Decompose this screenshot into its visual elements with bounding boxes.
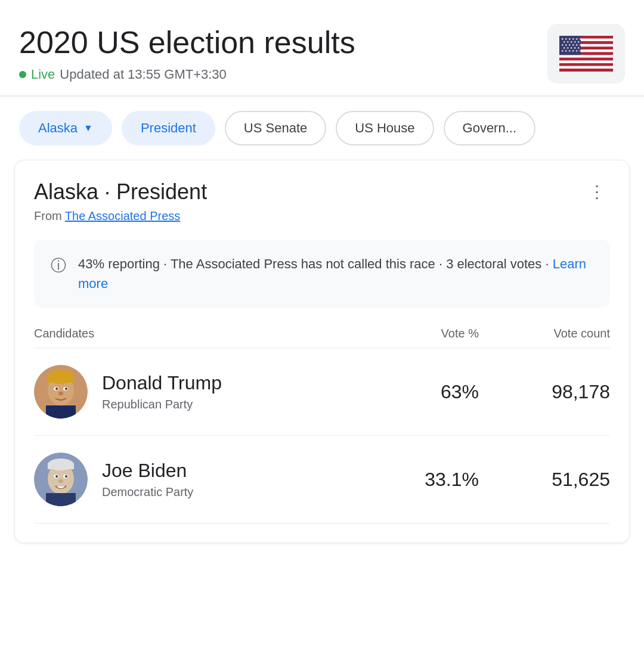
- vote-pct-trump: 63%: [371, 381, 479, 403]
- tab-alaska[interactable]: Alaska ▼: [19, 111, 112, 145]
- card-title: Alaska · President: [34, 179, 207, 205]
- svg-rect-11: [559, 66, 613, 69]
- tab-us-senate-label: US Senate: [244, 120, 307, 135]
- tab-us-house[interactable]: US House: [336, 111, 434, 145]
- candidate-party: Republican Party: [102, 398, 222, 411]
- tab-president[interactable]: President: [122, 111, 215, 145]
- avatar: [34, 365, 88, 419]
- svg-rect-69: [61, 493, 76, 506]
- vote-count-column-label: Vote count: [479, 327, 610, 340]
- vote-count-biden: 51,625: [479, 469, 610, 491]
- table-row: Donald Trump Republican Party 63% 98,178: [34, 348, 610, 436]
- tabs-container: Alaska ▼ President US Senate US House Go…: [0, 97, 644, 160]
- vote-count-trump: 98,178: [479, 381, 610, 403]
- svg-rect-54: [46, 405, 61, 419]
- info-circle-icon: ⓘ: [51, 255, 66, 276]
- svg-rect-8: [559, 58, 613, 61]
- candidate-left-trump: Donald Trump Republican Party: [34, 365, 371, 419]
- candidate-info-trump: Donald Trump Republican Party: [102, 372, 222, 411]
- info-box: ⓘ 43% reporting · The Associated Press h…: [34, 240, 610, 308]
- live-indicator-dot: [19, 71, 26, 78]
- info-text: 43% reporting · The Associated Press has…: [78, 254, 593, 293]
- associated-press-link[interactable]: The Associated Press: [65, 209, 180, 222]
- candidates-column-label: Candidates: [34, 327, 371, 340]
- svg-rect-7: [559, 55, 613, 58]
- table-row: Joe Biden Democratic Party 33.1% 51,625: [34, 436, 610, 523]
- svg-rect-59: [48, 463, 74, 469]
- page-title: 2020 US election results: [19, 24, 355, 61]
- candidate-left-biden: Joe Biden Democratic Party: [34, 453, 371, 506]
- live-status: Live Updated at 13:55 GMT+3:30: [19, 67, 355, 82]
- updated-text: Updated at 13:55 GMT+3:30: [60, 67, 226, 82]
- vote-pct-biden: 33.1%: [371, 469, 479, 491]
- page-header: 2020 US election results Live Updated at…: [0, 0, 644, 95]
- table-header: Candidates Vote % Vote count: [34, 327, 610, 348]
- svg-point-62: [55, 475, 58, 478]
- candidate-name: Joe Biden: [102, 460, 193, 482]
- biden-avatar-image: [34, 453, 88, 506]
- svg-point-64: [58, 479, 63, 483]
- svg-rect-45: [48, 376, 74, 383]
- candidate-party: Democratic Party: [102, 485, 193, 499]
- tab-us-senate[interactable]: US Senate: [225, 111, 326, 145]
- card-source: From The Associated Press: [34, 209, 610, 223]
- header-left: 2020 US election results Live Updated at…: [19, 24, 355, 82]
- flag-container: ★★★★★★ ★★★★★ ★★★★★★ ★★★★★ ★★★★★★: [547, 24, 625, 83]
- us-flag-icon: ★★★★★★ ★★★★★ ★★★★★★ ★★★★★ ★★★★★★: [559, 36, 613, 72]
- svg-rect-9: [559, 60, 613, 63]
- tab-governor-label: Govern...: [463, 120, 516, 135]
- tab-us-house-label: US House: [355, 120, 414, 135]
- tab-governor[interactable]: Govern...: [444, 111, 535, 145]
- tab-alaska-label: Alaska: [38, 120, 78, 136]
- svg-rect-68: [46, 493, 61, 506]
- svg-point-50: [58, 392, 63, 395]
- svg-point-49: [65, 388, 67, 390]
- svg-rect-12: [559, 69, 613, 72]
- info-message: 43% reporting · The Associated Press has…: [78, 256, 553, 271]
- more-options-button[interactable]: ⋮: [584, 179, 610, 204]
- chevron-down-icon: ▼: [83, 123, 93, 134]
- results-card: Alaska · President ⋮ From The Associated…: [14, 160, 630, 543]
- candidate-info-biden: Joe Biden Democratic Party: [102, 460, 193, 499]
- live-label: Live: [31, 67, 55, 82]
- card-header: Alaska · President ⋮: [34, 179, 610, 205]
- candidate-name: Donald Trump: [102, 372, 222, 394]
- tab-president-label: President: [141, 120, 196, 135]
- source-prefix: From: [34, 209, 65, 222]
- svg-point-48: [55, 388, 58, 390]
- svg-rect-55: [61, 405, 76, 419]
- avatar: [34, 453, 88, 506]
- vote-pct-column-label: Vote %: [371, 327, 479, 340]
- svg-rect-10: [559, 63, 613, 66]
- svg-point-63: [65, 475, 67, 478]
- trump-avatar-image: [34, 365, 88, 419]
